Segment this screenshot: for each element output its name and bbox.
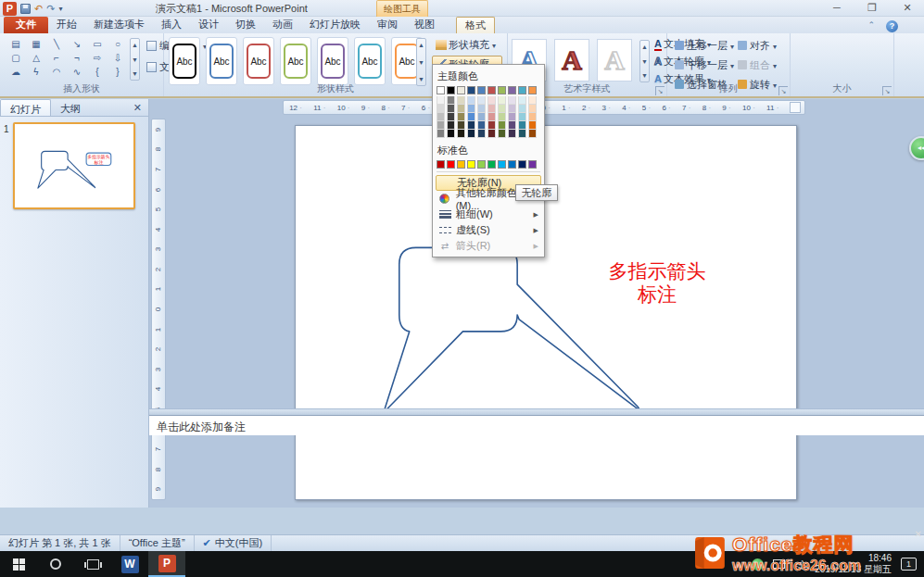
panel-close-icon[interactable]: ✕ [127, 99, 148, 116]
arrange-上移一层-button[interactable]: 上移一层 ▾ [675, 39, 734, 53]
shape-gallery-item[interactable]: ☁ [6, 65, 26, 79]
wordart-style-item[interactable]: A [597, 39, 632, 82]
color-swatch[interactable] [528, 113, 537, 121]
color-swatch[interactable] [518, 105, 526, 113]
color-swatch[interactable] [477, 113, 486, 121]
color-swatch[interactable] [477, 96, 486, 105]
tab-slides[interactable]: 幻灯片 [0, 99, 51, 116]
shape-gallery-item[interactable]: ╲ [46, 37, 67, 51]
menu-item-虚线(S)[interactable]: 虚线(S)▶ [436, 222, 541, 238]
wordart-dialog-launcher[interactable]: ↘ [655, 86, 665, 95]
shape-fill-button[interactable]: 形状填充 ▾ [432, 36, 502, 54]
word-taskbar-button[interactable]: W [111, 551, 148, 577]
color-swatch[interactable] [487, 86, 496, 94]
color-swatch[interactable] [467, 160, 475, 169]
slide-thumbnail-item[interactable]: 1 多指示箭头 标注 [4, 122, 135, 209]
color-swatch[interactable] [508, 160, 516, 169]
color-swatch[interactable] [528, 121, 537, 130]
floating-helper-icon[interactable]: ◂◂ [909, 136, 924, 160]
color-swatch[interactable] [518, 86, 526, 94]
ribbon-tab-设计[interactable]: 设计 [190, 17, 227, 33]
color-swatch[interactable] [457, 121, 465, 130]
color-swatch[interactable] [477, 121, 486, 130]
ribbon-tab-视图[interactable]: 视图 [406, 17, 443, 33]
status-language[interactable]: ✔ 中文(中国) [195, 535, 272, 551]
ribbon-tab-开始[interactable]: 开始 [48, 17, 85, 33]
scroll-up-icon[interactable]: ▲ [131, 39, 139, 51]
powerpoint-taskbar-button[interactable]: P [148, 551, 185, 577]
color-swatch[interactable] [457, 86, 465, 94]
color-swatch[interactable] [518, 96, 526, 105]
ribbon-tab-文件[interactable]: 文件 [4, 17, 48, 33]
callout-shape[interactable] [296, 126, 796, 499]
color-swatch[interactable] [447, 86, 455, 94]
color-swatch[interactable] [467, 86, 475, 94]
save-icon[interactable] [20, 4, 31, 14]
color-swatch[interactable] [508, 121, 516, 130]
color-swatch[interactable] [447, 121, 455, 130]
task-view-button[interactable] [74, 551, 111, 577]
color-swatch[interactable] [457, 113, 465, 121]
shape-gallery-item[interactable]: { [87, 65, 108, 79]
ribbon-tab-插入[interactable]: 插入 [153, 17, 190, 33]
cortana-button[interactable] [37, 551, 74, 577]
shape-style-scroll[interactable]: ▲ ▼ ▼ [416, 38, 426, 86]
color-swatch[interactable] [518, 121, 526, 130]
size-dialog-launcher[interactable]: ↘ [882, 86, 892, 95]
shape-gallery-item[interactable]: ⇩ [108, 51, 128, 65]
color-swatch[interactable] [447, 160, 455, 169]
color-swatch[interactable] [487, 96, 496, 105]
shape-gallery-item[interactable]: ∿ [67, 65, 87, 79]
color-swatch[interactable] [467, 130, 475, 138]
slide-canvas[interactable]: 多指示箭头 标注 [295, 125, 797, 500]
notes-splitter[interactable] [149, 408, 924, 415]
color-swatch[interactable] [447, 96, 455, 105]
shape-gallery-item[interactable]: ⌐ [46, 51, 67, 65]
ribbon-tab-幻灯片放映[interactable]: 幻灯片放映 [301, 17, 369, 33]
color-swatch[interactable] [487, 121, 496, 130]
color-swatch[interactable] [457, 160, 465, 169]
color-swatch[interactable] [528, 96, 537, 105]
color-swatch[interactable] [498, 105, 506, 113]
callout-text[interactable]: 多指示箭头 标注 [601, 260, 713, 307]
color-swatch[interactable] [518, 130, 526, 138]
tab-outline[interactable]: 大纲 [51, 99, 90, 116]
color-swatch[interactable] [487, 130, 496, 138]
color-swatch[interactable] [487, 105, 496, 113]
shape-gallery-item[interactable]: ϟ [26, 65, 46, 79]
shape-gallery-item[interactable]: ▦ [26, 37, 46, 51]
shape-gallery-item[interactable]: ▢ [6, 51, 26, 65]
start-button[interactable] [0, 551, 37, 577]
color-swatch[interactable] [437, 121, 445, 130]
shape-gallery-scroll[interactable]: ▲ ▼ ▼ [130, 38, 140, 81]
slide-thumbnail[interactable]: 多指示箭头 标注 [13, 122, 135, 209]
color-swatch[interactable] [477, 130, 486, 138]
color-swatch[interactable] [528, 86, 537, 94]
shape-style-item[interactable]: Abc [206, 37, 237, 85]
color-swatch[interactable] [457, 96, 465, 105]
shape-gallery-item[interactable]: ◠ [46, 65, 67, 79]
gallery-more-icon[interactable]: ▼ [131, 68, 139, 80]
color-swatch[interactable] [528, 105, 537, 113]
color-swatch[interactable] [457, 130, 465, 138]
color-swatch[interactable] [437, 130, 445, 138]
color-swatch[interactable] [477, 86, 486, 94]
color-swatch[interactable] [437, 160, 445, 169]
shape-gallery-item[interactable]: } [108, 65, 128, 79]
color-swatch[interactable] [487, 160, 496, 169]
color-swatch[interactable] [467, 96, 475, 105]
color-swatch[interactable] [528, 160, 537, 169]
color-swatch[interactable] [467, 121, 475, 130]
color-swatch[interactable] [498, 96, 506, 105]
undo-icon[interactable]: ↶ [34, 2, 43, 16]
color-swatch[interactable] [518, 113, 526, 121]
color-swatch[interactable] [508, 105, 516, 113]
wordart-style-item[interactable]: A [554, 39, 589, 82]
ribbon-tab-动画[interactable]: 动画 [264, 17, 301, 33]
shape-gallery-item[interactable]: ○ [108, 37, 128, 51]
color-swatch[interactable] [467, 105, 475, 113]
color-swatch[interactable] [508, 86, 516, 94]
color-swatch[interactable] [477, 105, 486, 113]
notes-area[interactable]: 单击此处添加备注 [149, 415, 924, 435]
scroll-down-icon[interactable]: ▼ [417, 56, 425, 69]
